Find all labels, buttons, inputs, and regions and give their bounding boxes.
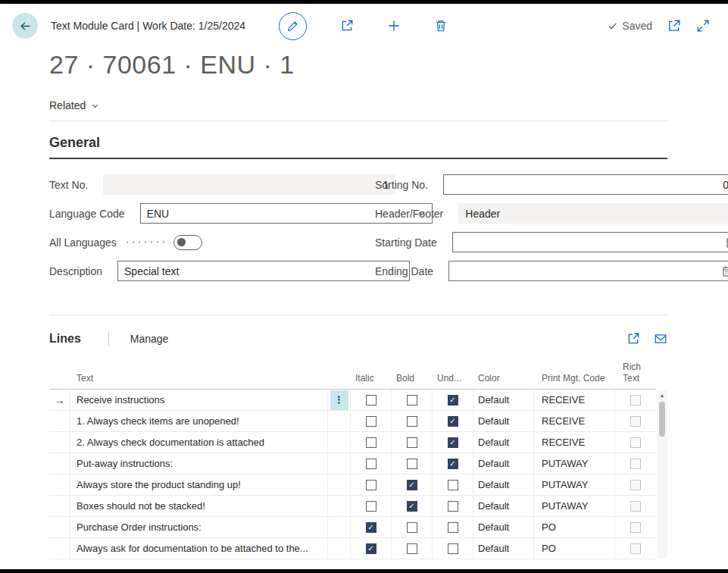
bold-checkbox[interactable] [407,543,417,554]
italic-cell[interactable] [351,538,392,559]
edit-button[interactable] [279,12,307,40]
row-menu-cell[interactable]: ⋮ [328,538,351,559]
table-row[interactable]: → 1. Always check items are unopened! ⋮ … [49,411,656,432]
text-cell[interactable]: Purchase Order instructions: [70,517,328,537]
italic-cell[interactable] [351,432,392,452]
calendar-icon[interactable] [722,265,728,277]
row-marker-cell[interactable]: → [49,538,70,559]
print-mgt-code-cell[interactable]: PO [534,538,615,559]
back-button[interactable] [12,13,38,39]
underline-checkbox[interactable] [448,395,458,405]
bold-checkbox[interactable] [407,395,417,405]
sorting-no-field[interactable] [443,174,728,195]
text-cell[interactable]: 2. Always check documentation is attache… [70,432,328,452]
color-cell[interactable]: Default [473,517,534,537]
underline-checkbox[interactable] [448,480,458,490]
bold-checkbox[interactable] [407,416,417,427]
row-marker-cell[interactable]: → [49,474,70,495]
italic-checkbox[interactable] [366,437,376,448]
underline-checkbox[interactable] [448,459,458,469]
starting-date-field[interactable] [452,232,728,252]
related-menu[interactable]: Related [49,96,667,121]
column-header-text[interactable]: Text [70,373,328,389]
text-cell[interactable]: 1. Always check items are unopened! [70,411,328,431]
italic-cell[interactable] [351,453,392,474]
text-cell[interactable]: Always ask for documentation to be attac… [70,538,328,559]
breadcrumb[interactable]: Text Module Card | Work Date: 1/25/2024 [51,20,245,32]
row-menu-cell[interactable]: ⋮ [328,432,351,452]
column-header-italic[interactable]: Italic [351,373,392,389]
table-row[interactable]: → Always store the product standing up! … [49,474,656,496]
scroll-up-icon[interactable]: ▲ [660,393,665,398]
text-cell[interactable]: Receive instructions [70,390,328,410]
print-mgt-code-cell[interactable]: RECEIVE [534,390,615,410]
bold-checkbox[interactable] [407,501,417,512]
color-cell[interactable]: Default [473,496,534,516]
table-row[interactable]: → Boxes should not be stacked! ⋮ Default… [49,496,656,517]
italic-checkbox[interactable] [366,501,376,512]
ending-date-field[interactable] [448,261,728,281]
bold-checkbox[interactable] [407,480,417,490]
text-cell[interactable]: Boxes should not be stacked! [70,496,328,516]
underline-cell[interactable] [433,538,473,559]
table-row[interactable]: → Receive instructions ⋮ Default RECEIVE [49,390,656,411]
print-mgt-code-cell[interactable]: PUTAWAY [534,453,615,474]
row-marker-cell[interactable]: → [49,432,70,452]
italic-cell[interactable] [351,390,392,410]
underline-cell[interactable] [433,411,473,431]
underline-checkbox[interactable] [448,522,458,533]
underline-checkbox[interactable] [448,501,458,512]
delete-button[interactable] [434,19,448,33]
general-section-title[interactable]: General [49,135,667,159]
italic-cell[interactable] [351,496,392,516]
bold-cell[interactable] [392,390,433,410]
bold-checkbox[interactable] [407,437,417,448]
color-cell[interactable]: Default [473,474,534,495]
italic-checkbox[interactable] [366,522,376,533]
all-languages-toggle[interactable] [173,235,202,250]
table-row[interactable]: → Purchase Order instructions: ⋮ Default… [49,517,656,538]
italic-cell[interactable] [351,474,392,495]
bold-cell[interactable] [392,517,433,537]
bold-cell[interactable] [392,496,433,516]
scrollbar-thumb[interactable] [659,402,665,437]
bold-cell[interactable] [392,474,433,495]
print-mgt-code-cell[interactable]: RECEIVE [534,432,615,452]
row-marker-cell[interactable]: → [49,411,70,431]
row-menu-cell[interactable]: ⋮ [328,474,351,495]
bold-checkbox[interactable] [407,522,417,533]
italic-checkbox[interactable] [366,416,376,427]
row-marker-cell[interactable]: → [49,390,70,410]
bold-cell[interactable] [392,453,433,474]
underline-cell[interactable] [433,496,473,516]
underline-cell[interactable] [433,432,473,452]
color-cell[interactable]: Default [473,390,534,410]
row-menu-cell[interactable]: ⋮ [328,390,351,410]
manage-menu[interactable]: Manage [130,333,169,345]
row-menu-cell[interactable]: ⋮ [328,517,351,537]
print-mgt-code-cell[interactable]: PO [534,517,615,537]
table-row[interactable]: → Always ask for documentation to be att… [49,538,656,559]
italic-checkbox[interactable] [366,543,376,554]
italic-checkbox[interactable] [366,395,376,405]
table-row[interactable]: → Put-away instructions: ⋮ Default PUTAW… [49,453,656,474]
row-marker-cell[interactable]: → [49,517,70,537]
row-menu-cell[interactable]: ⋮ [328,411,351,431]
row-menu-cell[interactable]: ⋮ [328,496,351,516]
print-mgt-code-cell[interactable]: PUTAWAY [534,474,615,495]
italic-cell[interactable] [351,517,392,537]
lines-section-title[interactable]: Lines [49,332,81,346]
new-button[interactable] [387,19,401,33]
bold-cell[interactable] [392,538,433,559]
color-cell[interactable]: Default [473,453,534,474]
italic-cell[interactable] [351,411,392,431]
underline-cell[interactable] [433,453,473,474]
italic-checkbox[interactable] [366,480,376,490]
row-context-menu-button[interactable]: ⋮ [330,390,348,410]
row-marker-cell[interactable]: → [49,453,70,474]
column-header-rich-text[interactable]: Rich Text [615,362,656,389]
color-cell[interactable]: Default [473,432,534,452]
underline-cell[interactable] [433,390,473,410]
lines-share-button[interactable] [626,332,640,346]
italic-checkbox[interactable] [366,459,376,469]
